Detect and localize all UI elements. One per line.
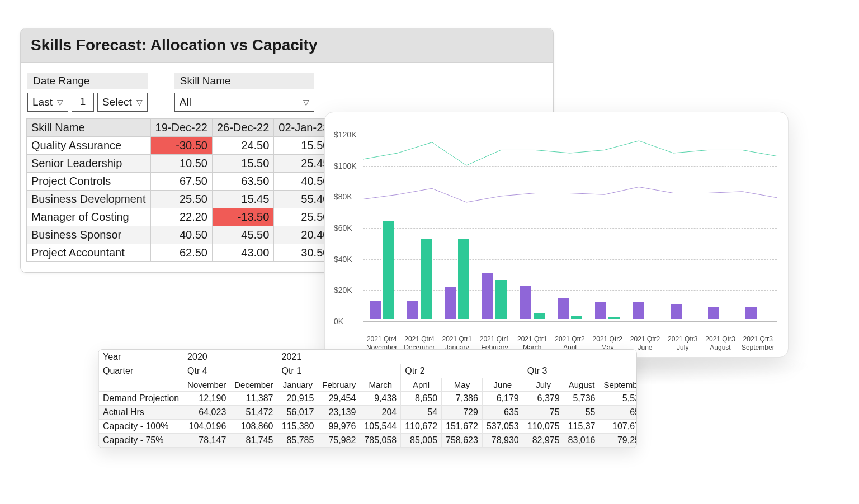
chart-bar-group: [513, 135, 551, 319]
pivot-year-header: 2021: [277, 350, 637, 364]
skill-value-cell: 24.50: [212, 137, 273, 155]
pivot-value-cell: 56,017: [277, 406, 318, 420]
pivot-value-cell: 75,982: [318, 434, 360, 448]
pivot-value-cell: 54: [401, 406, 442, 420]
pivot-value-cell: 11,387: [230, 392, 277, 406]
date-range-label: Date Range: [27, 73, 148, 89]
pivot-table-card: Year20202021QuarterQtr 4Qtr 1Qtr 2Qtr 3N…: [98, 349, 637, 448]
pivot-value-cell: 83,016: [564, 434, 600, 448]
table-row: Year20202021: [99, 350, 638, 364]
skill-name-cell: Manager of Costing: [27, 208, 151, 226]
pivot-month-header: April: [401, 378, 442, 392]
table-row: NovemberDecemberJanuaryFebruaryMarchApri…: [99, 378, 638, 392]
pivot-value-cell: 758,623: [442, 434, 483, 448]
chart-bar-actual: [608, 317, 620, 319]
pivot-value-cell: 55: [564, 406, 600, 420]
pivot-value-cell: 107,672: [600, 420, 637, 434]
skill-value-cell: 62.50: [150, 244, 212, 262]
date-range-unit-select[interactable]: Select ▽: [97, 93, 148, 112]
chart-bar-actual: [495, 280, 507, 319]
pivot-month-header: November: [183, 378, 230, 392]
pivot-value-cell: 110,075: [523, 420, 564, 434]
skill-name-cell: Project Accountant: [27, 244, 151, 262]
pivot-value-cell: 78,930: [482, 434, 523, 448]
table-row: Capacity - 75%78,14781,74585,78575,98278…: [99, 434, 638, 448]
pivot-value-cell: 729: [442, 406, 483, 420]
pivot-month-header: February: [318, 378, 360, 392]
skill-name-cell: Project Controls: [27, 173, 151, 191]
pivot-value-cell: 20,915: [277, 392, 318, 406]
skill-value-cell: 25.50: [150, 191, 212, 208]
skill-name-cell: Business Development: [27, 191, 151, 208]
table-row: Actual Hrs64,02351,47256,01723,139204547…: [99, 406, 638, 420]
table-row: Business Sponsor40.5045.5020.40: [27, 226, 334, 244]
pivot-value-cell: 85,005: [401, 434, 442, 448]
pivot-value-cell: 64,023: [183, 406, 230, 420]
pivot-quarter-header: Qtr 4: [183, 364, 277, 378]
pivot-value-cell: 104,0196: [183, 420, 230, 434]
chart-bar-group: [664, 135, 701, 319]
pivot-value-cell: 115,380: [277, 420, 318, 434]
pivot-month-header: January: [277, 378, 318, 392]
chart-y-tick: 0K: [334, 317, 343, 326]
chart-y-tick: $40K: [334, 255, 352, 264]
skill-name-cell: Business Sponsor: [27, 226, 151, 244]
table-row: Manager of Costing22.20-13.5025.50: [27, 208, 334, 226]
pivot-value-cell: 5,736: [564, 392, 600, 406]
skill-name-value: All: [180, 96, 191, 108]
pivot-month-header: May: [442, 378, 483, 392]
chart-bar-demand: [407, 301, 418, 319]
pivot-value-cell: 7,386: [442, 392, 483, 406]
pivot-value-cell: 105,544: [360, 420, 401, 434]
pivot-quarter-header: Qtr 1: [277, 364, 401, 378]
chart-bar-group: [400, 135, 438, 319]
pivot-value-cell: 29,454: [318, 392, 360, 406]
chart-x-label: 2021 Qtr3July: [664, 335, 701, 351]
table-row: Quality Assurance-30.5024.5015.50: [27, 137, 334, 155]
table-row: Capacity - 100%104,0196108,860115,38099,…: [99, 420, 638, 434]
pivot-value-cell: 635: [482, 406, 523, 420]
pivot-year-label: Year: [99, 350, 183, 364]
chart-bar-actual: [458, 239, 469, 319]
skill-name-cell: Senior Leadership: [27, 155, 151, 173]
pivot-value-cell: 785,058: [360, 434, 401, 448]
skill-value-cell: -30.50: [150, 137, 212, 155]
chart-bar-actual: [534, 313, 545, 319]
date-range-mode-select[interactable]: Last ▽: [27, 93, 68, 112]
pivot-value-cell: 204: [360, 406, 401, 420]
pivot-value-cell: 78,147: [183, 434, 230, 448]
pivot-row-label: Capacity - 75%: [99, 434, 183, 448]
pivot-value-cell: 650: [600, 406, 637, 420]
chart-bar-demand: [482, 273, 493, 320]
chevron-down-icon: ▽: [136, 98, 143, 107]
pivot-row-label: Demand Projection: [99, 392, 183, 406]
pivot-value-cell: 6,179: [482, 392, 523, 406]
chart-bar-demand: [633, 302, 644, 319]
skills-table-col-header: 19-Dec-22: [150, 119, 212, 137]
table-row: Demand Projection12,19011,38720,91529,45…: [99, 392, 638, 406]
pivot-value-cell: 23,139: [318, 406, 360, 420]
chart-bar-demand: [708, 307, 719, 319]
pivot-month-header: September: [600, 378, 637, 392]
chart-bar-group: [739, 135, 777, 319]
chart-bar-group: [438, 135, 476, 319]
pivot-month-header: August: [564, 378, 600, 392]
chart-bar-group: [626, 135, 664, 319]
pivot-value-cell: 5,530: [600, 392, 637, 406]
chevron-down-icon: ▽: [303, 98, 309, 107]
chart-x-label: 2021 Qtr3August: [701, 335, 739, 351]
chart-card: 0K$20K$40K$60K$80K$100K$120K 2021 Qtr4No…: [324, 112, 789, 358]
panel-title: Skills Forecast: Allocation vs Capacity: [21, 28, 553, 63]
skill-value-cell: 15.50: [212, 155, 273, 173]
table-row: Business Development25.5015.4555.40: [27, 191, 334, 208]
pivot-month-header: July: [523, 378, 564, 392]
pivot-value-cell: 108,860: [230, 420, 277, 434]
skill-name-cell: Quality Assurance: [27, 137, 151, 155]
date-range-count-input[interactable]: 1: [72, 93, 94, 112]
chart-bar-demand: [445, 287, 456, 319]
skill-name-select[interactable]: All ▽: [174, 93, 314, 112]
pivot-value-cell: 9,438: [360, 392, 401, 406]
filter-bar: Date Range Last ▽ 1 Select ▽ Skill Name …: [21, 63, 553, 118]
chart-bar-demand: [745, 307, 757, 319]
skill-value-cell: 15.45: [212, 191, 273, 208]
